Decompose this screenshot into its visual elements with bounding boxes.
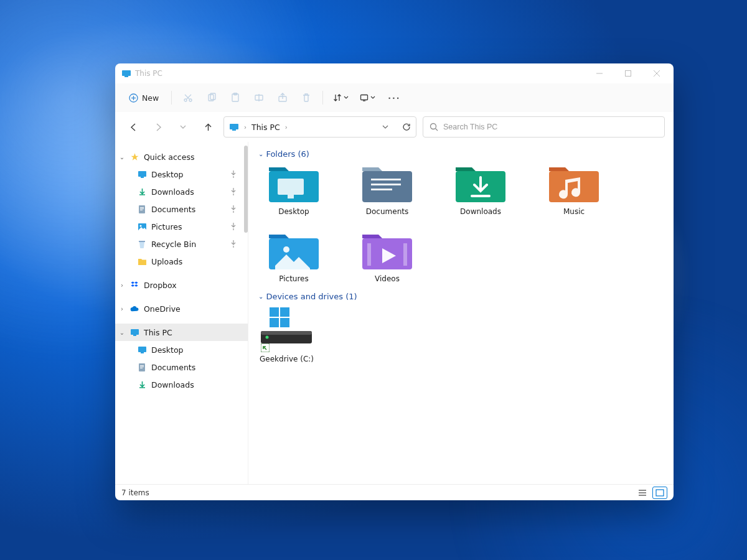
maximize-button[interactable] [614, 63, 642, 83]
sidebar-item-desktop[interactable]: Desktop [115, 341, 248, 358]
view-icon [360, 93, 369, 102]
breadcrumb-chevron-icon[interactable]: › [285, 124, 288, 131]
folder-pictures[interactable]: Pictures [260, 231, 328, 283]
section-header-drives[interactable]: ⌄ Devices and drives (1) [258, 292, 664, 301]
new-button[interactable]: New [121, 90, 166, 106]
chevron-down-icon[interactable] [382, 124, 388, 130]
folder-desktop[interactable]: Desktop [260, 164, 328, 216]
sidebar-item-label: Desktop [151, 170, 184, 179]
rename-icon [254, 93, 264, 103]
svg-rect-59 [270, 318, 279, 327]
share-icon [278, 93, 288, 103]
sidebar-item-label: Downloads [151, 187, 194, 197]
delete-button[interactable] [295, 86, 317, 109]
sidebar-item-documents[interactable]: Documents [115, 200, 248, 218]
chevron-down-icon[interactable]: ⌄ [115, 329, 129, 336]
sort-button[interactable] [328, 90, 354, 106]
sidebar-item-downloads[interactable]: Downloads [115, 376, 248, 393]
chevron-down-icon [370, 95, 375, 100]
sidebar-item-desktop[interactable]: Desktop [115, 166, 248, 183]
sidebar-item-quick-access[interactable]: ⌄ Quick access [115, 148, 248, 166]
sidebar-item-label: Pictures [151, 222, 182, 231]
svg-rect-41 [140, 366, 144, 367]
sort-icon [333, 93, 342, 102]
recycle-icon [136, 238, 148, 250]
rename-button[interactable] [248, 86, 270, 109]
address-bar[interactable]: › This PC › [223, 116, 416, 138]
details-view-button[interactable] [635, 487, 650, 499]
folder-label: Videos [375, 274, 400, 283]
cut-button[interactable] [177, 86, 199, 109]
navigation-row: › This PC › [115, 112, 674, 142]
sidebar-item-recycle-bin[interactable]: Recycle Bin [115, 235, 248, 253]
svg-rect-68 [656, 490, 664, 496]
close-button[interactable] [642, 63, 671, 83]
folder-music[interactable]: Music [540, 164, 608, 216]
svg-rect-39 [139, 363, 145, 371]
folder-videos[interactable]: Videos [353, 231, 421, 283]
title-bar[interactable]: This PC [115, 63, 674, 83]
clipboard-icon [230, 93, 240, 103]
navigation-pane: ⌄ Quick access Desktop Downloads Documen… [115, 142, 248, 484]
svg-rect-31 [140, 210, 143, 210]
toolbar-separator [322, 91, 323, 105]
refresh-button[interactable] [402, 123, 411, 131]
view-button[interactable] [355, 90, 380, 106]
chevron-down-icon[interactable]: ⌄ [115, 154, 129, 161]
svg-point-63 [266, 336, 269, 339]
toolbar-separator [171, 91, 172, 105]
large-icons-view-button[interactable] [652, 487, 667, 499]
svg-rect-40 [140, 365, 144, 366]
svg-rect-57 [270, 307, 279, 317]
forward-button[interactable] [149, 118, 167, 136]
svg-rect-20 [361, 95, 368, 100]
svg-rect-27 [141, 177, 144, 178]
recent-locations-button[interactable] [174, 118, 192, 136]
more-button[interactable]: ··· [382, 90, 406, 106]
drive-item[interactable]: Geekdrive (C:) [260, 306, 328, 363]
documents-icon [136, 203, 148, 215]
search-box[interactable] [423, 116, 665, 138]
back-button[interactable] [124, 118, 143, 136]
sidebar-item-dropbox[interactable]: › Dropbox [115, 276, 248, 294]
sidebar-item-uploads[interactable]: Uploads [115, 253, 248, 270]
folder-documents[interactable]: Documents [353, 164, 421, 216]
content-area[interactable]: ⌄ Folders (6) Desktop Documents Download… [248, 142, 674, 484]
svg-rect-34 [139, 241, 145, 242]
downloads-icon [136, 379, 148, 390]
svg-rect-46 [362, 171, 412, 202]
downloads-icon [136, 186, 148, 197]
breadcrumb-chevron-icon[interactable]: › [244, 124, 247, 131]
svg-rect-44 [278, 179, 304, 195]
more-label: ··· [388, 93, 400, 103]
folder-downloads[interactable]: Downloads [446, 164, 515, 216]
sidebar-item-label: Documents [151, 363, 195, 372]
svg-rect-49 [371, 189, 392, 190]
minimize-button[interactable] [585, 63, 614, 83]
copy-button[interactable] [200, 86, 223, 109]
section-header-folders[interactable]: ⌄ Folders (6) [258, 149, 664, 159]
scrollbar[interactable] [244, 146, 248, 233]
search-input[interactable] [443, 123, 658, 131]
breadcrumb-segment[interactable]: This PC [251, 123, 280, 132]
desktop-icon [136, 344, 148, 355]
svg-rect-0 [122, 70, 131, 76]
sidebar-item-label: Desktop [151, 345, 184, 355]
svg-line-25 [436, 129, 438, 131]
svg-rect-45 [288, 195, 294, 198]
up-button[interactable] [199, 118, 217, 136]
section-title: Folders (6) [266, 149, 309, 159]
arrow-up-icon [204, 123, 213, 132]
status-bar: 7 items [115, 484, 674, 500]
sidebar-item-downloads[interactable]: Downloads [115, 183, 248, 200]
sidebar-item-pictures[interactable]: Pictures [115, 218, 248, 235]
grid-icon [655, 489, 664, 497]
chevron-right-icon[interactable]: › [115, 282, 129, 289]
share-button[interactable] [271, 86, 294, 109]
chevron-right-icon[interactable]: › [115, 306, 129, 312]
sidebar-item-onedrive[interactable]: › OneDrive [115, 300, 248, 317]
sidebar-item-this-pc[interactable]: ⌄ This PC [115, 324, 248, 341]
paste-button[interactable] [224, 86, 247, 109]
pin-icon [230, 170, 243, 178]
sidebar-item-documents[interactable]: Documents [115, 358, 248, 376]
